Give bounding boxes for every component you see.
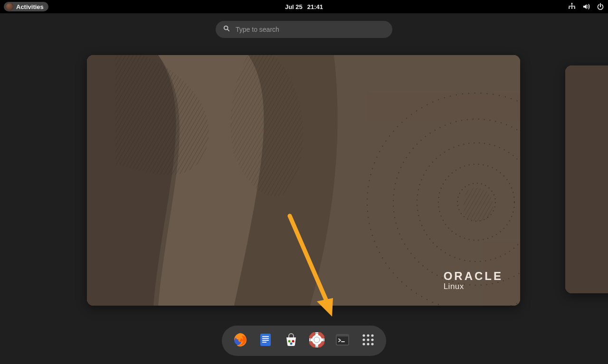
svg-point-26	[288, 340, 291, 343]
search-icon	[223, 25, 230, 34]
svg-point-38	[362, 334, 365, 336]
svg-rect-2	[571, 8, 572, 9]
software-center-icon	[284, 332, 299, 349]
firefox-icon	[232, 332, 247, 349]
brand-bottom-text: Linux	[444, 282, 503, 291]
svg-rect-1	[569, 8, 570, 9]
activities-label: Activities	[16, 3, 44, 10]
svg-rect-22	[262, 336, 269, 337]
workspace-thumbnail-current[interactable]: ORACLE Linux	[87, 55, 520, 306]
dock-item-software[interactable]	[284, 333, 299, 348]
svg-point-27	[292, 340, 294, 343]
help-icon	[309, 332, 324, 349]
apps-grid-icon	[361, 332, 376, 349]
network-icon[interactable]	[568, 3, 576, 10]
clock-button[interactable]: Jul 25 21:41	[285, 3, 323, 10]
svg-point-44	[362, 343, 365, 345]
svg-point-41	[362, 338, 365, 341]
svg-rect-25	[262, 342, 266, 343]
svg-rect-24	[262, 340, 269, 341]
wallpaper-image	[565, 65, 608, 293]
svg-point-42	[367, 338, 369, 341]
dock-item-firefox[interactable]	[232, 333, 247, 348]
svg-point-43	[371, 338, 373, 341]
activities-dot-icon	[6, 3, 13, 10]
workspace-thumbnail-next[interactable]	[565, 65, 608, 293]
dock-item-help[interactable]	[309, 333, 324, 348]
system-tray[interactable]	[568, 3, 604, 10]
dock-item-text-editor[interactable]	[258, 333, 273, 348]
wallpaper-branding: ORACLE Linux	[444, 270, 503, 291]
text-editor-icon	[258, 332, 273, 349]
brand-top-text: ORACLE	[444, 270, 503, 283]
activities-button[interactable]: Activities	[4, 2, 48, 11]
svg-point-28	[290, 343, 293, 345]
power-icon[interactable]	[597, 3, 604, 10]
search-input[interactable]	[235, 25, 385, 34]
svg-rect-36	[336, 335, 349, 336]
wallpaper-image	[87, 55, 520, 306]
svg-rect-3	[574, 8, 575, 9]
top-panel: Activities Jul 25 21:41	[0, 0, 608, 13]
search-bar[interactable]	[216, 21, 392, 38]
svg-point-40	[371, 334, 373, 336]
terminal-icon	[335, 332, 350, 349]
clock-time: 21:41	[307, 3, 323, 10]
svg-rect-32	[309, 338, 324, 341]
dock-item-show-apps[interactable]	[361, 333, 376, 348]
svg-point-45	[367, 343, 369, 345]
svg-line-9	[228, 29, 229, 31]
dock-item-terminal[interactable]	[335, 333, 350, 348]
svg-point-46	[371, 343, 373, 345]
svg-point-39	[367, 334, 369, 336]
dock	[222, 326, 386, 356]
clock-date: Jul 25	[285, 3, 303, 10]
svg-rect-23	[262, 338, 269, 339]
volume-icon[interactable]	[582, 3, 590, 10]
